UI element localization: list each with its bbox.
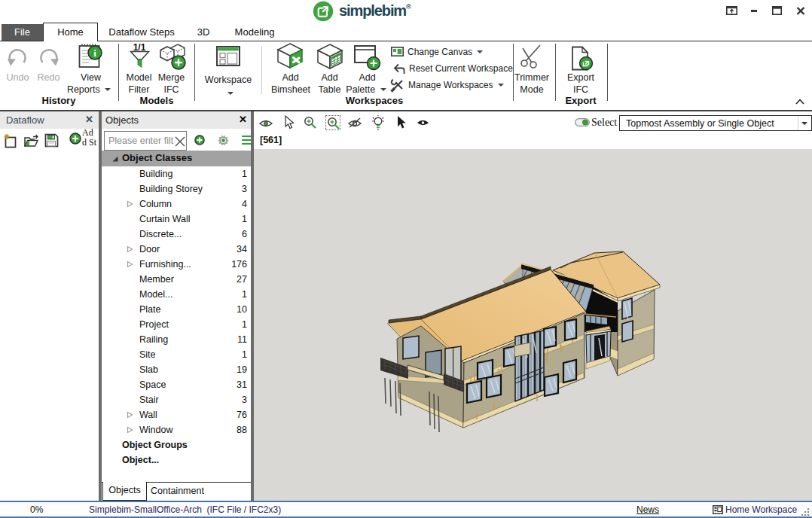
svg-text:i: i: [93, 47, 96, 59]
